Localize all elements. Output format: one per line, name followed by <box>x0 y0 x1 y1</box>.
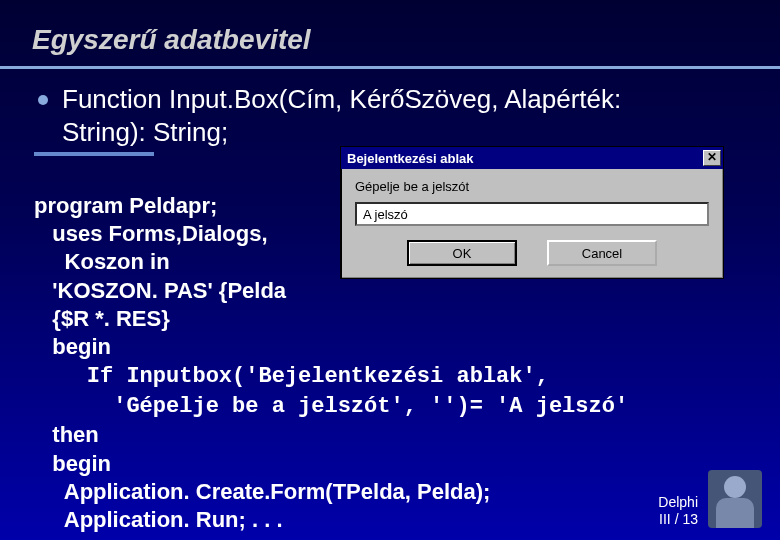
footer-line-2: III / 13 <box>659 511 698 527</box>
close-icon: ✕ <box>707 150 717 164</box>
dialog-title: Bejelentkezési ablak <box>347 151 703 166</box>
func-line-1: Function Input.Box(Cím, KérőSzöveg, Alap… <box>62 84 621 114</box>
slide-title: Egyszerű adatbevitel <box>0 0 780 60</box>
code-l3: Koszon in <box>34 249 170 274</box>
code-l2: uses Forms,Dialogs, <box>34 221 268 246</box>
cancel-button[interactable]: Cancel <box>547 240 657 266</box>
code-l9: then <box>34 422 99 447</box>
func-line-2: String): String; <box>62 117 228 147</box>
inputbox-dialog: Bejelentkezési ablak ✕ Gépelje be a jels… <box>340 146 724 279</box>
slide-footer: Delphi III / 13 <box>658 470 762 528</box>
code-l8: 'Gépelje be a jelszót', '')= 'A jelszó' <box>34 394 628 419</box>
statue-icon <box>708 470 762 528</box>
dialog-prompt: Gépelje be a jelszót <box>355 179 709 194</box>
page-label: Delphi III / 13 <box>658 494 698 528</box>
bullet-row: Function Input.Box(Cím, KérőSzöveg, Alap… <box>34 83 746 148</box>
code-l11: Application. Create.Form(TPelda, Pelda); <box>34 479 490 504</box>
code-l5: {$R *. RES} <box>34 306 170 331</box>
slide-content: Function Input.Box(Cím, KérőSzöveg, Alap… <box>0 69 780 534</box>
code-l12: Application. Run; . . . <box>34 507 283 532</box>
dialog-titlebar[interactable]: Bejelentkezési ablak ✕ <box>341 147 723 169</box>
code-l1: program Peldapr; <box>34 193 217 218</box>
footer-line-1: Delphi <box>658 494 698 510</box>
code-l10: begin <box>34 451 111 476</box>
close-button[interactable]: ✕ <box>703 150 721 166</box>
accent-line <box>34 152 154 156</box>
code-l7: If Inputbox('Bejelentkezési ablak', <box>34 364 549 389</box>
function-signature: Function Input.Box(Cím, KérőSzöveg, Alap… <box>62 83 621 148</box>
ok-button[interactable]: OK <box>407 240 517 266</box>
code-l6: begin <box>34 334 111 359</box>
code-l4: 'KOSZON. PAS' {Pelda <box>34 278 286 303</box>
dialog-body: Gépelje be a jelszót OK Cancel <box>341 169 723 278</box>
dialog-button-row: OK Cancel <box>355 240 709 266</box>
password-input[interactable] <box>355 202 709 226</box>
bullet-dot-icon <box>38 95 48 105</box>
